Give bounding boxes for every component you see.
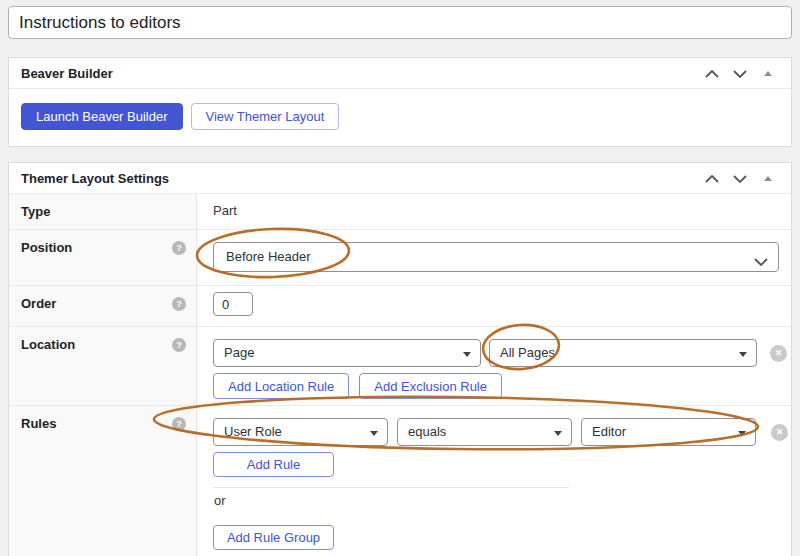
toggle-panel-button[interactable]	[760, 65, 776, 81]
move-up-button[interactable]	[704, 170, 720, 186]
caret-down-icon	[739, 352, 747, 357]
beaver-builder-header[interactable]: Beaver Builder	[9, 58, 791, 89]
chevron-up-icon	[705, 66, 719, 81]
type-value: Part	[197, 194, 791, 229]
help-icon[interactable]: ?	[172, 241, 186, 255]
metabox-controls	[704, 65, 779, 81]
triangle-up-icon	[764, 176, 772, 181]
position-select[interactable]: Before Header	[213, 242, 779, 272]
location-value-value: All Pages	[500, 345, 555, 361]
order-row: Order ?	[9, 286, 791, 327]
caret-down-icon	[554, 431, 562, 436]
launch-beaver-builder-button[interactable]: Launch Beaver Builder	[21, 103, 183, 130]
location-value-select[interactable]: All Pages	[489, 339, 757, 367]
caret-down-icon	[738, 431, 746, 436]
order-label: Order	[21, 296, 56, 312]
rules-label-cell: Rules ?	[9, 406, 197, 556]
view-themer-layout-button[interactable]: View Themer Layout	[191, 103, 340, 130]
toggle-panel-button[interactable]	[760, 170, 776, 186]
rule-value-select[interactable]: Editor	[581, 418, 756, 446]
position-row: Position ? Before Header	[9, 230, 791, 286]
move-up-button[interactable]	[704, 65, 720, 81]
beaver-builder-metabox: Beaver Builder	[8, 57, 792, 147]
or-label: or	[214, 493, 788, 509]
help-icon[interactable]: ?	[172, 338, 186, 352]
type-label-cell: Type	[9, 194, 197, 229]
type-row: Type Part	[9, 194, 791, 230]
rule-operator-select[interactable]: equals	[397, 418, 572, 446]
position-label: Position	[21, 240, 72, 256]
rule-group-divider	[213, 487, 569, 488]
caret-down-icon	[463, 352, 471, 357]
rule-type-value: User Role	[224, 424, 282, 440]
rule-type-select[interactable]: User Role	[213, 418, 388, 446]
position-label-cell: Position ?	[9, 230, 197, 285]
metabox-controls	[704, 170, 779, 186]
location-row: Location ? Page All Pages ✕	[9, 327, 791, 406]
location-label-cell: Location ?	[9, 327, 197, 405]
move-down-button[interactable]	[732, 170, 748, 186]
add-rule-group-button[interactable]: Add Rule Group	[213, 525, 334, 550]
beaver-builder-body: Launch Beaver Builder View Themer Layout	[9, 89, 791, 146]
rules-row: Rules ? User Role equals	[9, 406, 791, 556]
order-label-cell: Order ?	[9, 286, 197, 326]
wordpress-edit-screen: Beaver Builder	[0, 0, 800, 556]
location-type-value: Page	[224, 345, 254, 361]
chevron-down-icon	[733, 171, 747, 186]
rule-value-value: Editor	[592, 424, 626, 440]
triangle-up-icon	[764, 71, 772, 76]
position-select-value: Before Header	[226, 249, 311, 265]
chevron-up-icon	[705, 171, 719, 186]
location-type-select[interactable]: Page	[213, 339, 481, 367]
add-exclusion-rule-button[interactable]: Add Exclusion Rule	[359, 373, 502, 399]
remove-location-rule-icon[interactable]: ✕	[770, 345, 787, 362]
move-down-button[interactable]	[732, 65, 748, 81]
themer-settings-header[interactable]: Themer Layout Settings	[9, 163, 791, 194]
themer-settings-title: Themer Layout Settings	[21, 171, 169, 186]
chevron-down-icon	[733, 66, 747, 81]
location-label: Location	[21, 337, 75, 353]
caret-down-icon	[370, 431, 378, 436]
themer-layout-settings-metabox: Themer Layout Settings	[8, 162, 792, 556]
add-location-rule-button[interactable]: Add Location Rule	[213, 373, 349, 399]
type-label: Type	[21, 204, 50, 220]
rules-label: Rules	[21, 416, 56, 432]
help-icon[interactable]: ?	[172, 297, 186, 311]
add-rule-button[interactable]: Add Rule	[213, 452, 334, 477]
remove-rule-icon[interactable]: ✕	[771, 424, 788, 441]
rule-operator-value: equals	[408, 424, 446, 440]
post-title-input[interactable]	[8, 6, 792, 39]
beaver-builder-title: Beaver Builder	[21, 66, 113, 81]
chevron-down-icon	[754, 254, 768, 270]
help-icon[interactable]: ?	[172, 417, 186, 431]
order-input[interactable]	[213, 292, 253, 316]
